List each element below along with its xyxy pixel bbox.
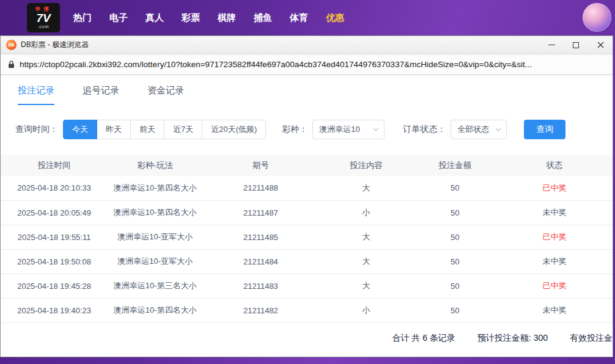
game-play: 澳洲幸运10-第三名大小 (108, 274, 202, 298)
browser-window: DB DB彩票 - 极速浏览器 https://ctop02pcali.2kbx… (0, 35, 613, 357)
bet-amount: 50 (414, 225, 496, 249)
bet-amount: 50 (414, 298, 496, 322)
issue-number: 21211484 (202, 249, 319, 274)
header-game-play: 彩种-玩法 (108, 155, 202, 176)
game-play: 澳洲幸运10-亚军大小 (108, 249, 202, 274)
bet-status: 已中奖 (496, 176, 613, 200)
filter-bar: 查询时间： 今天 昨天 前天 近7天 近20天(低频) 彩种： 澳洲幸运10 订… (15, 120, 613, 139)
bet-time: 2025-04-18 20:10:33 (1, 176, 108, 200)
summary-valid-amount: 有效投注金额 (570, 333, 613, 344)
lock-icon[interactable] (8, 60, 15, 68)
lottery-select[interactable]: 澳洲幸运10 (312, 120, 385, 139)
time-option-today[interactable]: 今天 (63, 120, 97, 139)
time-option-7days[interactable]: 近7天 (164, 120, 202, 139)
game-play: 澳洲幸运10-第四名大小 (108, 298, 202, 322)
site-logo-main-text: 7V (36, 12, 50, 24)
header-issue: 期号 (202, 155, 319, 176)
time-option-20days[interactable]: 近20天(低频) (202, 120, 266, 139)
nav-item-live[interactable]: 真人 (145, 12, 164, 24)
lottery-filter-label: 彩种： (282, 124, 308, 135)
table-row: 2025-04-18 20:05:49 澳洲幸运10-第四名大小 2121148… (1, 200, 613, 225)
site-logo[interactable]: 申博 7V .com (27, 3, 60, 32)
summary-record-count: 合计 共 6 条记录 (392, 333, 455, 344)
issue-number: 21211482 (202, 298, 319, 322)
desktop-background: 申博 7V .com 热门 电子 真人 彩票 棋牌 捕鱼 体育 优惠 DB DB… (0, 0, 615, 364)
header-bet-content: 投注内容 (319, 155, 414, 176)
bet-time: 2025-04-18 19:50:08 (1, 249, 108, 274)
header-bet-time: 投注时间 (1, 155, 108, 176)
address-bar[interactable]: https://ctop02pcali.2kbxi392.com/lottery… (1, 54, 613, 75)
bet-time: 2025-04-18 19:55:11 (1, 225, 108, 249)
bet-content: 大 (319, 249, 414, 274)
bet-content: 大 (319, 274, 414, 298)
bet-time: 2025-04-18 20:05:49 (1, 200, 108, 225)
bet-time: 2025-04-18 19:45:28 (1, 274, 108, 298)
close-button[interactable] (588, 36, 613, 54)
chevron-down-icon (495, 128, 501, 131)
bet-status: 未中奖 (496, 249, 613, 274)
bet-content: 小 (319, 298, 414, 322)
bet-time: 2025-04-18 19:40:23 (1, 298, 108, 322)
order-status-select[interactable]: 全部状态 (451, 120, 507, 139)
game-play: 澳洲幸运10-第四名大小 (108, 176, 202, 200)
issue-number: 21211485 (202, 225, 319, 249)
game-play: 澳洲幸运10-亚军大小 (108, 225, 202, 249)
issue-number: 21211488 (202, 176, 319, 200)
nav-item-lottery[interactable]: 彩票 (182, 12, 200, 24)
tab-chase-records[interactable]: 追号记录 (83, 85, 119, 105)
window-controls (539, 36, 613, 54)
close-icon (597, 42, 604, 48)
time-filter-group: 今天 昨天 前天 近7天 近20天(低频) (63, 120, 266, 139)
minimize-button[interactable] (539, 36, 564, 54)
window-title: DB彩票 - 极速浏览器 (21, 40, 539, 50)
bet-status: 未中奖 (496, 298, 613, 322)
nav-item-promo[interactable]: 优惠 (326, 12, 344, 24)
site-nav-items: 热门 电子 真人 彩票 棋牌 捕鱼 体育 优惠 (73, 12, 344, 24)
browser-titlebar: DB DB彩票 - 极速浏览器 (1, 36, 613, 54)
time-option-day-before[interactable]: 前天 (130, 120, 164, 139)
game-play: 澳洲幸运10-第四名大小 (108, 200, 202, 225)
table-summary: 合计 共 6 条记录 预计投注金额: 300 有效投注金额 (1, 323, 613, 344)
minimize-icon (548, 45, 555, 45)
table-row: 2025-04-18 19:40:23 澳洲幸运10-第四名大小 2121148… (1, 298, 613, 322)
url-text[interactable]: https://ctop02pcali.2kbxi392.com/lottery… (20, 60, 532, 69)
browser-app-icon: DB (6, 40, 17, 50)
bet-content: 大 (319, 225, 414, 249)
chevron-down-icon (373, 128, 379, 131)
bet-amount: 50 (414, 274, 496, 298)
nav-item-fishing[interactable]: 捕鱼 (254, 12, 272, 24)
summary-expected-amount: 预计投注金额: 300 (477, 333, 548, 344)
tab-bet-records[interactable]: 投注记录 (18, 85, 54, 105)
order-status-value: 全部状态 (457, 124, 489, 135)
nav-item-cards[interactable]: 棋牌 (218, 12, 236, 24)
page-content: 投注记录 追号记录 资金记录 查询时间： 今天 昨天 前天 近7天 近20天(低… (1, 75, 613, 357)
bet-records-table: 投注时间 彩种-玩法 期号 投注内容 投注金额 状态 2025-04-18 20… (1, 155, 613, 323)
tab-fund-records[interactable]: 资金记录 (147, 85, 184, 105)
lottery-select-value: 澳洲幸运10 (319, 124, 359, 135)
issue-number: 21211487 (202, 200, 319, 225)
bet-status: 已中奖 (496, 225, 613, 249)
site-logo-sub-text: .com (37, 24, 49, 29)
bet-content: 小 (319, 200, 414, 225)
nav-item-sports[interactable]: 体育 (290, 12, 308, 24)
header-status: 状态 (496, 155, 613, 176)
bet-status: 已中奖 (496, 274, 613, 298)
time-option-yesterday[interactable]: 昨天 (97, 120, 131, 139)
bet-amount: 50 (414, 176, 496, 200)
issue-number: 21211483 (202, 274, 319, 298)
bet-amount: 50 (414, 249, 496, 274)
nav-item-hot[interactable]: 热门 (73, 12, 92, 24)
maximize-button[interactable] (564, 36, 588, 54)
bet-amount: 50 (414, 200, 496, 225)
search-button[interactable]: 查询 (524, 120, 565, 139)
maximize-icon (573, 42, 579, 48)
nav-item-slots[interactable]: 电子 (109, 12, 128, 24)
user-avatar[interactable] (583, 3, 611, 32)
bet-content: 大 (319, 176, 414, 200)
status-filter-label: 订单状态： (403, 124, 446, 135)
time-filter-label: 查询时间： (15, 124, 58, 135)
table-row: 2025-04-18 19:45:28 澳洲幸运10-第三名大小 2121148… (1, 274, 613, 298)
header-bet-amount: 投注金额 (414, 155, 496, 176)
table-row: 2025-04-18 20:10:33 澳洲幸运10-第四名大小 2121148… (1, 176, 613, 200)
bet-status: 未中奖 (496, 200, 613, 225)
